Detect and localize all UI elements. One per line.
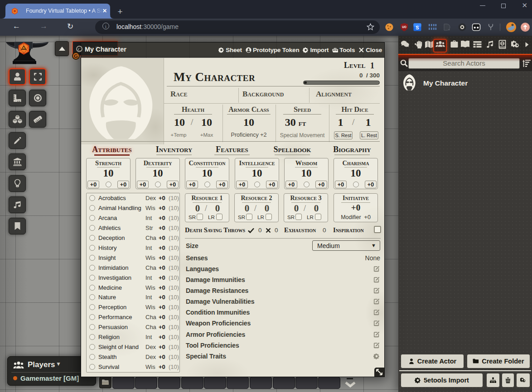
- svg-text:20: 20: [23, 48, 25, 50]
- svg-text:UO: UO: [402, 25, 406, 29]
- svg-text:S: S: [416, 25, 419, 30]
